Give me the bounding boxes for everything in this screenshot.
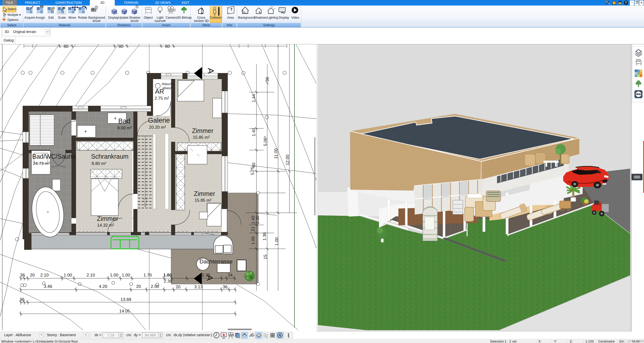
svg-text:1.00: 1.00 (64, 273, 72, 278)
svg-text:36: 36 (223, 285, 228, 289)
svg-text:24: 24 (228, 273, 233, 278)
svg-text:?: ? (230, 8, 233, 12)
svg-text:15: 15 (263, 255, 268, 259)
svg-text:80: 80 (119, 44, 123, 49)
svg-text:1.70: 1.70 (143, 273, 152, 278)
svg-text:A: A (206, 68, 216, 74)
svg-text:20.20 m²: 20.20 m² (149, 125, 166, 130)
svg-text:11.00: 11.00 (274, 148, 278, 159)
svg-text:Zimmer: Zimmer (194, 190, 215, 197)
svg-text:Zimmer: Zimmer (192, 127, 213, 134)
svg-text:1.36: 1.36 (262, 232, 267, 241)
svg-text:1.00: 1.00 (110, 273, 118, 278)
svg-text:36: 36 (20, 297, 24, 302)
svg-text:36: 36 (20, 273, 25, 278)
svg-text:80: 80 (64, 44, 68, 49)
svg-text:2.30: 2.30 (255, 216, 260, 224)
svg-text:21: 21 (251, 227, 255, 231)
svg-text:5.75: 5.75 (250, 166, 255, 175)
svg-text:Zimmer: Zimmer (97, 215, 118, 222)
svg-text:8.80 m²: 8.80 m² (92, 161, 106, 166)
svg-text:2.10: 2.10 (87, 273, 95, 278)
svg-text:36: 36 (265, 77, 270, 82)
svg-text:1.40: 1.40 (251, 128, 256, 136)
svg-text:1.40: 1.40 (251, 216, 255, 224)
svg-text:1.00: 1.00 (251, 236, 255, 245)
svg-text:2.30: 2.30 (164, 279, 172, 284)
svg-text:Galerie: Galerie (148, 117, 170, 124)
svg-text:2.75 m²: 2.75 m² (155, 96, 169, 101)
svg-text:Wäsche-: Wäsche- (162, 82, 175, 86)
svg-text:20: 20 (30, 273, 35, 278)
svg-text:4.20: 4.20 (99, 284, 107, 289)
svg-text:8.00 m²: 8.00 m² (117, 126, 132, 130)
svg-text:1.00: 1.00 (122, 273, 130, 278)
svg-text:15.85 m²: 15.85 m² (193, 135, 210, 140)
svg-text:2.35: 2.35 (202, 273, 210, 278)
svg-text:Dachterrasse: Dachterrasse (200, 258, 233, 265)
svg-text:13.69: 13.69 (121, 297, 131, 302)
svg-text:24.73 m²: 24.73 m² (33, 161, 50, 166)
svg-text:3.46: 3.46 (44, 284, 52, 289)
svg-text:12.00: 12.00 (285, 155, 290, 165)
svg-text:1.00: 1.00 (274, 237, 279, 246)
svg-text:2.10: 2.10 (40, 273, 49, 278)
svg-text:15.85 m²: 15.85 m² (195, 198, 211, 203)
svg-text:Bad: Bad (118, 117, 130, 125)
svg-text:N: N (279, 333, 281, 337)
svg-text:Schrankraum: Schrankraum (91, 153, 129, 160)
svg-text:80: 80 (165, 44, 170, 49)
svg-text:1.44: 1.44 (251, 94, 256, 102)
svg-text:1.00: 1.00 (163, 273, 172, 278)
svg-text:?: ? (625, 1, 627, 5)
svg-text:abwurf: abwurf (162, 86, 172, 90)
svg-text:14.05: 14.05 (119, 309, 130, 314)
svg-text:14.32 m²: 14.32 m² (97, 223, 114, 228)
svg-text:2.50: 2.50 (151, 284, 159, 289)
svg-text:20: 20 (176, 285, 180, 289)
svg-text:3.13: 3.13 (194, 285, 203, 289)
svg-text:5.06⁵: 5.06⁵ (263, 136, 268, 146)
svg-text:Bad/WC/Sauna: Bad/WC/Sauna (32, 153, 75, 160)
svg-text:20: 20 (136, 284, 141, 289)
